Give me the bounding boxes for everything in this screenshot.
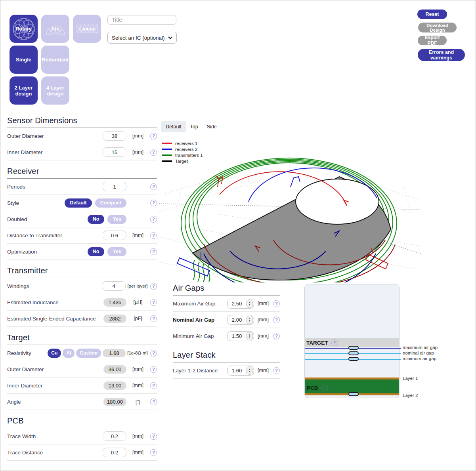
minimum-air-gap-stepper[interactable]: 1.50 ▲▼: [227, 331, 254, 341]
redundancy-single-label: Single: [14, 57, 33, 63]
help-icon[interactable]: [273, 317, 280, 323]
shape-arc-button[interactable]: Arc: [41, 15, 69, 43]
stepper-arrows[interactable]: ▲▼: [246, 299, 253, 308]
doubled-no-button[interactable]: No: [88, 215, 105, 224]
tab-default[interactable]: Default: [161, 121, 186, 132]
resistivity-cu-button[interactable]: Cu: [48, 349, 61, 358]
redundancy-redundant-button[interactable]: Redundant: [41, 46, 69, 74]
coil-designer-app: Rotary Arc Linear Sing: [0, 0, 476, 471]
inner-diameter-input[interactable]: [103, 147, 126, 157]
maximum-air-gap-handle[interactable]: [348, 346, 359, 350]
section-title-target: Target: [7, 333, 157, 345]
help-icon[interactable]: [150, 283, 157, 290]
tab-side[interactable]: Side: [203, 121, 221, 132]
row-optimization: Optimization No Yes: [7, 244, 157, 260]
help-icon[interactable]: [273, 367, 280, 374]
resistivity-custom-button[interactable]: Custom: [76, 349, 101, 358]
stepper-value: 1.60: [227, 368, 246, 374]
stepper-arrows[interactable]: ▲▼: [246, 316, 253, 324]
help-icon[interactable]: [273, 333, 280, 339]
unit-label: [mm]: [126, 433, 149, 439]
layers-2layer-button[interactable]: 2 Layer design: [10, 76, 38, 105]
legend-swatch-target: [162, 160, 172, 162]
layers-4layer-button[interactable]: 4 Layer design: [41, 76, 69, 105]
stepper-arrows[interactable]: ▲▼: [246, 332, 253, 340]
layer2-handle[interactable]: [348, 392, 359, 396]
trace-width-input[interactable]: [103, 431, 126, 441]
row-minimum-air-gap: Minimum Air Gap 1.50 ▲▼ [mm]: [173, 328, 280, 344]
section-title-receiver: Receiver: [7, 167, 157, 179]
ic-select[interactable]: Select an IC (optional): [107, 32, 177, 44]
help-icon[interactable]: [150, 133, 157, 139]
doubled-yes-button[interactable]: Yes: [107, 215, 126, 224]
export-pdf-button[interactable]: Export PDF: [418, 36, 447, 45]
help-icon[interactable]: [150, 366, 157, 373]
help-icon[interactable]: [321, 385, 328, 391]
optimization-no-button[interactable]: No: [88, 247, 105, 256]
style-compact-button[interactable]: Compact: [95, 198, 126, 208]
row-target-angle: Angle 180.00 [°]: [7, 394, 157, 410]
optimization-yes-button[interactable]: Yes: [107, 247, 126, 256]
legend-swatch-receivers1: [162, 143, 172, 144]
nominal-air-gap-label: nominal air gap: [403, 351, 434, 355]
unit-label: [mm]: [126, 233, 149, 238]
help-icon[interactable]: [150, 232, 157, 239]
row-target-outer-diameter: Outer Diameter 36.00 [mm]: [7, 361, 157, 378]
help-icon[interactable]: [150, 449, 157, 456]
layers-2layer-label: 2 Layer design: [10, 85, 38, 97]
style-default-button[interactable]: Default: [65, 198, 92, 208]
row-distance-to-transmitter: Distance to Transmitter [mm]: [7, 227, 157, 244]
help-icon[interactable]: [150, 216, 157, 223]
help-icon[interactable]: [150, 433, 157, 440]
field-label: Inner Diameter: [7, 149, 103, 155]
field-label: Periods: [7, 184, 103, 190]
stepper-arrows[interactable]: ▲▼: [246, 366, 253, 375]
title-input[interactable]: [107, 15, 176, 25]
help-icon[interactable]: [150, 183, 157, 190]
section-title-pcb: PCB: [7, 416, 157, 428]
help-icon[interactable]: [273, 300, 280, 307]
trace-distance-input[interactable]: [103, 448, 126, 457]
windings-input[interactable]: [102, 281, 126, 291]
shape-linear-label: Linear: [78, 26, 96, 32]
distance-to-transmitter-input[interactable]: [103, 231, 126, 240]
field-label: Angle: [7, 399, 103, 405]
help-icon[interactable]: [150, 315, 157, 322]
help-icon[interactable]: [150, 200, 157, 206]
shape-rotary-button[interactable]: Rotary: [10, 15, 38, 43]
row-doubled: Doubled No Yes: [7, 211, 157, 227]
minimum-air-gap-handle[interactable]: [348, 357, 359, 361]
help-icon[interactable]: [150, 149, 157, 156]
layer-distance-stepper[interactable]: 1.60 ▲▼: [227, 366, 254, 376]
nominal-air-gap-stepper[interactable]: 2.00 ▲▼: [227, 315, 254, 325]
row-periods: Periods: [7, 179, 157, 195]
reset-button[interactable]: Reset: [417, 10, 447, 19]
unit-label: [pF]: [126, 316, 149, 321]
tab-top[interactable]: Top: [186, 121, 203, 132]
maximum-air-gap-stepper[interactable]: 2.50 ▲▼: [227, 299, 254, 309]
help-icon[interactable]: [150, 399, 157, 405]
help-icon[interactable]: [331, 339, 338, 346]
download-design-button[interactable]: Download Design: [418, 23, 457, 32]
estimated-capacitance-value: 2882: [103, 315, 126, 323]
shape-linear-button[interactable]: Linear: [73, 15, 101, 43]
field-label: Estimated Single-Ended Capacitance: [7, 316, 103, 322]
unit-label: [1e-8Ω·m]: [126, 351, 149, 355]
redundancy-single-button[interactable]: Single: [10, 46, 38, 74]
resistivity-al-button[interactable]: Al: [63, 349, 75, 358]
help-icon[interactable]: [150, 350, 157, 357]
help-icon[interactable]: [150, 382, 157, 389]
errors-warnings-button[interactable]: Errors and warnings: [418, 49, 465, 61]
viewer-tabs: Default Top Side: [161, 121, 221, 132]
nominal-air-gap-handle[interactable]: [348, 351, 359, 355]
layers-4layer-label: 4 Layer design: [41, 85, 69, 97]
resistivity-value: 1.68: [103, 349, 126, 357]
help-icon[interactable]: [150, 299, 157, 306]
outer-diameter-input[interactable]: [103, 131, 126, 141]
unit-label: [mm]: [126, 450, 149, 455]
ic-select-value: Select an IC (optional): [112, 35, 168, 41]
maximum-air-gap-label: maximum air gap: [403, 345, 438, 350]
periods-input[interactable]: [103, 182, 126, 191]
legend-item: receivers 2: [162, 146, 203, 152]
help-icon[interactable]: [150, 248, 157, 255]
